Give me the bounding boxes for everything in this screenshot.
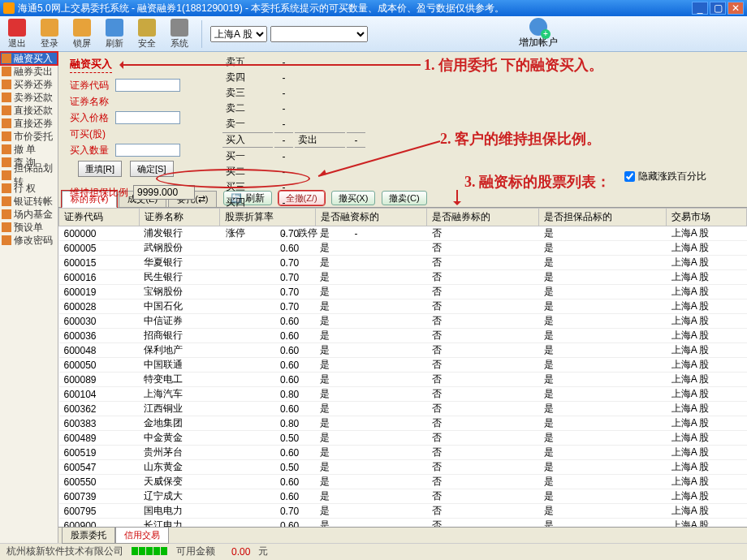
sidebar-item-12[interactable]: 场内基金	[0, 208, 58, 221]
col-header[interactable]: 是否融资标的	[315, 209, 427, 226]
cancel-sell-button[interactable]: 撤卖(C)	[382, 191, 426, 205]
sidebar-item-label: 修改密码	[14, 234, 53, 248]
sidebar-icon	[2, 222, 11, 232]
sidebar-item-11[interactable]: 银证转帐	[0, 195, 58, 208]
hide-percent-checkbox[interactable]	[624, 171, 635, 182]
main-area: 融资买入 证券代码 证券名称 买入价格 可买(股) 买入数量 重填[R] 确定[…	[58, 52, 747, 543]
table-row[interactable]: 600005武钢股份0.60是否是上海A 股	[59, 241, 747, 256]
sidebar-icon	[2, 131, 11, 141]
sidebar-item-2[interactable]: 买券还券	[0, 78, 58, 91]
sidebar-icon	[2, 196, 11, 206]
company-label: 杭州核新软件技术有限公司	[6, 545, 123, 558]
exit-button[interactable]: 退出	[3, 19, 31, 50]
annotation-1: 1. 信用委托 下的融资买入。	[424, 55, 603, 75]
sidebar-icon	[2, 157, 11, 167]
maximize-button[interactable]: ▢	[710, 2, 726, 15]
sidebar-item-label: 直接还款	[14, 104, 53, 118]
table-row[interactable]: 600050中国联通0.60是否是上海A 股	[59, 358, 747, 373]
sidebar-item-14[interactable]: 修改密码	[0, 234, 58, 247]
sidebar-item-label: 直接还券	[14, 117, 53, 131]
sidebar-item-4[interactable]: 直接还款	[0, 104, 58, 117]
available-unit: 元	[258, 545, 268, 558]
login-button[interactable]: 登录	[36, 19, 63, 50]
code-input[interactable]	[115, 79, 180, 92]
submit-button[interactable]: 确定[S]	[130, 161, 173, 177]
sidebar-item-1[interactable]: 融券卖出	[0, 65, 58, 78]
table-row[interactable]: 600016民生银行0.70是否是上海A 股	[59, 270, 747, 285]
sidebar-item-5[interactable]: 直接还券	[0, 117, 58, 130]
price-input[interactable]	[115, 111, 180, 124]
status-bar: 杭州核新软件技术有限公司 可用金额 0.00 元	[0, 543, 747, 559]
available-amount: 0.00	[231, 546, 250, 558]
window-title: 海通5.0网上交易委托系统 - 融资融券1(1881290019) - 本委托系…	[18, 2, 690, 15]
table-row[interactable]: 600739辽宁成大0.60是否是上海A 股	[59, 489, 747, 504]
sidebar-item-label: 场内基金	[14, 208, 53, 222]
table-row[interactable]: 600000浦发银行0.70是否是上海A 股	[59, 226, 747, 241]
reset-button[interactable]: 重填[R]	[78, 161, 122, 177]
sidebar-icon	[2, 93, 11, 102]
price-label: 买入价格	[70, 111, 115, 125]
sidebar-icon	[2, 170, 11, 180]
col-header[interactable]: 是否担保品标的	[539, 209, 667, 226]
table-row[interactable]: 600015华夏银行0.70是否是上海A 股	[59, 256, 747, 270]
table-row[interactable]: 600383金地集团0.80是否是上海A 股	[59, 416, 747, 431]
lock-button[interactable]: 锁屏	[68, 19, 96, 50]
sidebar-item-label: 行 权	[14, 182, 36, 196]
refresh-button[interactable]: 刷新	[101, 19, 128, 50]
sidebar-item-9[interactable]: 担保品划转	[0, 169, 58, 182]
table-row[interactable]: 600089特变电工0.60是否是上海A 股	[59, 373, 747, 387]
bottom-tab-stock[interactable]: 股票委托	[62, 527, 115, 544]
safe-button[interactable]: 安全	[133, 19, 161, 50]
minimize-button[interactable]: _	[692, 2, 708, 15]
table-row[interactable]: 600104上海汽车0.80是否是上海A 股	[59, 387, 747, 402]
col-header[interactable]: 证券名称	[139, 209, 219, 226]
table-row[interactable]: 600795国电电力0.70是否是上海A 股	[59, 504, 747, 519]
table-row[interactable]: 600900长江电力0.60是否是上海A 股	[59, 519, 747, 528]
lock-icon	[73, 19, 91, 37]
login-icon	[41, 19, 58, 37]
close-button[interactable]: ✕	[728, 2, 744, 15]
sidebar-item-label: 融券卖出	[14, 65, 53, 79]
sidebar-item-6[interactable]: 市价委托	[0, 130, 58, 143]
table-row[interactable]: 600036招商银行0.60是否是上海A 股	[59, 329, 747, 343]
sidebar-item-7[interactable]: 撤 单	[0, 143, 58, 156]
order-panel: 融资买入 证券代码 证券名称 买入价格 可买(股) 买入数量 重填[R] 确定[…	[58, 52, 747, 190]
table-row[interactable]: 600489中金黄金0.50是否是上海A 股	[59, 431, 747, 446]
sidebar-item-3[interactable]: 卖券还款	[0, 91, 58, 104]
table-row[interactable]: 600028中国石化0.70是否是上海A 股	[59, 299, 747, 314]
sidebar-item-label: 融资买入	[14, 52, 53, 66]
system-button[interactable]: 系统	[166, 19, 193, 50]
exit-icon	[8, 19, 26, 37]
table-row[interactable]: 600019宝钢股份0.70是否是上海A 股	[59, 285, 747, 299]
col-header[interactable]: 交易市场	[667, 209, 747, 226]
market-select[interactable]: 上海A 股	[210, 26, 267, 42]
gear-icon	[171, 19, 188, 37]
annotation-2: 2. 客户的维持担保比例。	[440, 129, 601, 149]
table-row[interactable]: 600547山东黄金0.50是否是上海A 股	[59, 460, 747, 475]
stock-grid-wrap[interactable]: 证券代码证券名称股票折算率是否融资标的是否融券标的是否担保品标的交易市场 600…	[58, 208, 747, 527]
table-row[interactable]: 600519贵州茅台0.60是否是上海A 股	[59, 446, 747, 460]
toolbar: 退出 登录 锁屏 刷新 安全 系统 上海A 股 增加帐户	[0, 16, 747, 52]
sidebar-icon	[2, 106, 11, 115]
shield-icon	[138, 19, 156, 37]
sidebar-item-10[interactable]: 行 权	[0, 182, 58, 195]
col-header[interactable]: 证券代码	[59, 209, 140, 226]
qty-input[interactable]	[115, 144, 180, 157]
sidebar-item-13[interactable]: 预设单	[0, 221, 58, 234]
col-header[interactable]: 是否融券标的	[427, 209, 539, 226]
table-row[interactable]: 600048保利地产0.60是否是上海A 股	[59, 343, 747, 358]
col-header[interactable]: 股票折算率	[219, 209, 315, 226]
sidebar-icon	[2, 118, 11, 128]
ratio-value: 9999.000	[133, 185, 195, 200]
sidebar-icon	[2, 67, 11, 76]
sidebar-item-0[interactable]: 融资买入	[0, 52, 58, 65]
add-account-button[interactable]: 增加帐户	[519, 18, 558, 50]
stock-grid: 证券代码证券名称股票折算率是否融资标的是否融券标的是否担保品标的交易市场 600…	[58, 208, 747, 527]
table-row[interactable]: 600362江西铜业0.60是否是上海A 股	[59, 402, 747, 416]
table-row[interactable]: 600030中信证券0.60是否是上海A 股	[59, 314, 747, 329]
sidebar-item-label: 撤 单	[14, 143, 36, 157]
account-select[interactable]	[270, 26, 368, 42]
bottom-tab-credit[interactable]: 信用交易	[115, 527, 169, 544]
table-row[interactable]: 600550天威保变0.60是否是上海A 股	[59, 475, 747, 489]
form-title: 融资买入	[70, 57, 112, 73]
